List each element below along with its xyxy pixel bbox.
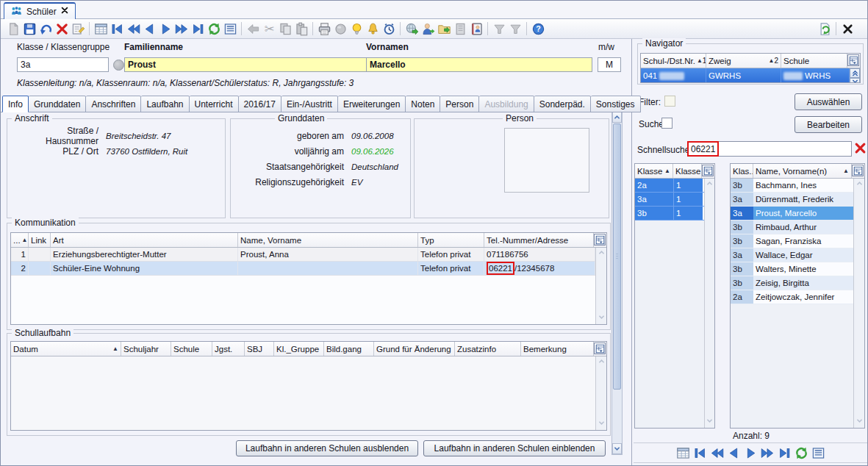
klasse-input[interactable]: [17, 57, 109, 72]
delete-icon[interactable]: [54, 21, 70, 37]
klasse-row[interactable]: 3a1: [635, 193, 704, 207]
panel-first-record-icon[interactable]: [692, 445, 708, 461]
scroll-down-icon[interactable]: [612, 443, 622, 454]
last-record-icon[interactable]: [190, 21, 206, 37]
student-row[interactable]: 3bWalters, Minette: [731, 262, 853, 276]
table-settings-button[interactable]: [594, 234, 606, 245]
laufbahn-einblenden-button[interactable]: Laufbahn in anderen Schulen einblenden: [423, 440, 606, 456]
tab-anschriften[interactable]: Anschriften: [86, 96, 141, 112]
main-scrollbar[interactable]: [611, 111, 623, 455]
scrollbar-thumb[interactable]: [613, 123, 621, 390]
student-row[interactable]: 3bSagan, Franziska: [731, 234, 853, 248]
tab-grunddaten[interactable]: Grunddaten: [29, 96, 86, 112]
student-row[interactable]: 3bBachmann, Ines: [731, 179, 853, 193]
list-view-icon[interactable]: [222, 21, 238, 37]
column-header-schuljahr[interactable]: Schuljahr: [121, 342, 171, 356]
column-header-art[interactable]: Art: [51, 233, 238, 247]
tab-schueler[interactable]: Schüler: [4, 2, 76, 19]
scroll-up-icon[interactable]: [598, 357, 606, 368]
column-header-schule[interactable]: Schule: [171, 342, 212, 356]
scroll-up-icon[interactable]: [706, 179, 714, 190]
column-header-bild-gang[interactable]: Bild.gang: [324, 342, 374, 356]
panel-previous-record-icon[interactable]: [725, 445, 742, 461]
spin-up-icon[interactable]: [850, 68, 860, 78]
help-icon[interactable]: ?: [530, 21, 546, 37]
previous-record-icon[interactable]: [141, 21, 157, 37]
column-header-grund-f-r-nderung[interactable]: Grund für Änderung: [374, 342, 455, 356]
table-scrollbar[interactable]: [595, 356, 606, 430]
clear-search-button[interactable]: [854, 142, 867, 157]
column-header-bemerkung[interactable]: Bemerkung: [521, 342, 594, 356]
bearbeiten-button[interactable]: Bearbeiten: [795, 116, 862, 133]
scroll-up-icon[interactable]: [598, 248, 606, 259]
tab-person[interactable]: Person: [440, 96, 479, 112]
auswaehlen-button[interactable]: Auswählen: [795, 93, 862, 110]
save-icon[interactable]: [21, 21, 37, 37]
tab-info[interactable]: Info: [2, 96, 29, 112]
export-student-icon[interactable]: [420, 21, 436, 37]
scroll-down-icon[interactable]: [706, 417, 714, 427]
notification-bell-icon[interactable]: [365, 21, 381, 37]
filter-checkbox[interactable]: [664, 96, 675, 107]
student-row[interactable]: 3bRimbaud, Arthur: [731, 221, 853, 234]
column-header-num[interactable]: ...▲: [11, 233, 29, 247]
edit-form-icon[interactable]: [70, 21, 86, 37]
suche-checkbox[interactable]: [661, 118, 672, 129]
reload-view-icon[interactable]: [817, 21, 833, 37]
scroll-down-icon[interactable]: [598, 313, 606, 323]
export-web-icon[interactable]: [403, 21, 420, 37]
vornamen-input[interactable]: [366, 57, 592, 72]
scroll-down-icon[interactable]: [856, 417, 864, 427]
panel-next-record-icon[interactable]: [742, 445, 758, 461]
column-header-name-vorname[interactable]: Name, Vorname: [238, 233, 418, 247]
student-settings-button[interactable]: [852, 165, 864, 176]
familienname-input[interactable]: [124, 57, 367, 72]
tab-sonderp-d-[interactable]: Sonderpäd.: [534, 96, 591, 112]
navigator-selected-row[interactable]: 041GWRHSWRHS: [641, 68, 860, 83]
column-header-link[interactable]: Link: [29, 233, 51, 247]
scroll-down-icon[interactable]: [598, 419, 606, 429]
tab-unterricht[interactable]: Unterricht: [190, 96, 239, 112]
student-row[interactable]: 3aDürrenmatt, Frederik: [731, 193, 853, 207]
column-header-klas[interactable]: Klas...: [731, 164, 753, 178]
klasse-row[interactable]: 3b1: [635, 207, 704, 221]
klasse-row[interactable]: 2a1: [635, 179, 704, 193]
column-header-zusatzinfo[interactable]: Zusatzinfo: [455, 342, 521, 356]
panel-datasheet-icon[interactable]: [675, 445, 691, 461]
tab-laufbahn[interactable]: Laufbahn: [141, 96, 189, 112]
column-header-typ[interactable]: Typ: [418, 233, 484, 247]
tab-noten[interactable]: Noten: [406, 96, 440, 112]
print-icon[interactable]: [316, 21, 332, 37]
mw-input[interactable]: [598, 57, 621, 72]
scroll-up-icon[interactable]: [856, 179, 864, 190]
laufbahn-ausblenden-button[interactable]: Laufbahn in anderen Schulen ausblenden: [236, 440, 418, 456]
table-scrollbar[interactable]: [595, 248, 606, 324]
column-header-tel-nummer-adresse[interactable]: Tel.-Nummer/Adresse: [484, 233, 594, 247]
list-scrollbar[interactable]: [704, 179, 714, 428]
next-record-icon[interactable]: [157, 21, 173, 37]
column-header-name[interactable]: Name, Vorname(n)▲: [753, 164, 852, 178]
tab-sonstiges[interactable]: Sonstiges: [591, 96, 641, 112]
student-row[interactable]: 2aZeitjowczak, Jennifer: [731, 290, 853, 304]
alarm-clock-icon[interactable]: [381, 21, 397, 37]
address-book-icon[interactable]: [468, 21, 484, 37]
student-row[interactable]: 3aWallace, Edgar: [731, 248, 853, 262]
tab-2016-17[interactable]: 2016/17: [239, 96, 281, 112]
export-folder-icon[interactable]: [436, 21, 452, 37]
refresh-icon[interactable]: [206, 21, 222, 37]
panel-fast-forward-icon[interactable]: [759, 445, 775, 461]
datasheet-icon[interactable]: [93, 21, 109, 37]
column-header-klasse[interactable]: Klasse▲: [635, 164, 673, 178]
tab-close-icon[interactable]: [60, 6, 69, 17]
student-row[interactable]: 3aProust, Marcello: [731, 207, 853, 221]
column-header-sbj[interactable]: SBJ: [245, 342, 274, 356]
fast-rewind-icon[interactable]: [125, 21, 141, 37]
tab-ein-austritt[interactable]: Ein-/Austritt: [281, 96, 338, 112]
panel-list-view-icon[interactable]: [810, 445, 826, 461]
close-view-icon[interactable]: [839, 21, 856, 37]
column-header-schule[interactable]: Schule: [781, 54, 847, 68]
tab-erweiterungen[interactable]: Erweiterungen: [338, 96, 406, 112]
column-header-kl-gruppe[interactable]: Kl._Gruppe: [274, 342, 324, 356]
column-header-datum[interactable]: Datum▲: [11, 342, 121, 356]
spin-down-icon[interactable]: [850, 78, 860, 83]
